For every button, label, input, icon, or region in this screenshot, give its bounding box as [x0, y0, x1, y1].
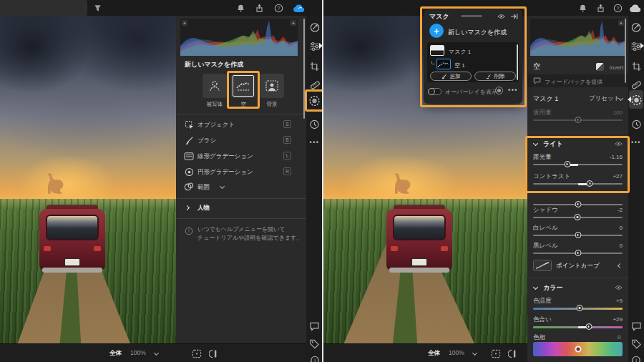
overlay-mode-circle-icon[interactable]	[495, 87, 503, 94]
crop-icon[interactable]	[630, 60, 643, 72]
blacks-slider-knob[interactable]	[575, 250, 581, 256]
edit-icon[interactable]	[630, 21, 643, 34]
zoom-scope-label[interactable]: 全体	[109, 349, 122, 358]
blacks-slider-row[interactable]: 黒レベル0	[533, 242, 623, 254]
panel-scrollbar[interactable]	[303, 19, 305, 119]
comments-icon[interactable]	[308, 321, 321, 333]
overlay-grid-icon[interactable]	[491, 348, 501, 361]
preset-dropdown-label[interactable]: プリセット	[589, 94, 620, 103]
zoom-scope-label[interactable]: 全体	[428, 349, 440, 358]
highlights-slider-row[interactable]	[533, 193, 623, 205]
object-tool-label[interactable]: オブジェクト	[197, 121, 235, 129]
whites-slider-row[interactable]: 白レベル0	[533, 224, 623, 236]
mask-list-scrollbar[interactable]	[517, 44, 518, 80]
mask2-label[interactable]: 空 1	[454, 62, 465, 69]
feedback-banner[interactable]: フィードバックを提供	[527, 74, 628, 87]
whites-slider-knob[interactable]	[575, 232, 581, 238]
highlights-slider-track[interactable]	[533, 204, 623, 205]
panel-scrollbar[interactable]	[625, 19, 626, 83]
linear-gradient-tool-label[interactable]: 線形グラデーション	[197, 152, 253, 161]
masking-icon[interactable]	[308, 94, 321, 107]
exposure-slider-knob[interactable]	[564, 161, 570, 167]
point-curve-chevron-icon[interactable]	[618, 263, 623, 268]
zoom-value[interactable]: 100%	[449, 349, 464, 356]
popup-eye-icon[interactable]	[497, 14, 505, 19]
popup-dock-icon[interactable]	[510, 13, 518, 20]
contrast-slider-row[interactable]: コントラスト+27	[533, 172, 623, 185]
hue-slider-track[interactable]	[533, 342, 623, 356]
brush-tool-label[interactable]: ブラシ	[197, 137, 216, 145]
versions-clock-icon[interactable]	[630, 118, 643, 130]
mask-type-subject-button[interactable]	[203, 74, 227, 98]
light-section-chevron-icon[interactable]	[533, 141, 538, 146]
tint-slider-track[interactable]	[533, 326, 623, 328]
info-icon[interactable]: i	[308, 354, 321, 362]
range-chevron-down-icon[interactable]	[220, 184, 225, 189]
mask1-thumbnail[interactable]	[430, 45, 444, 56]
crop-icon[interactable]	[308, 60, 321, 72]
create-mask-label[interactable]: 新しいマスクを作成	[448, 28, 507, 37]
search-field[interactable]	[0, 0, 87, 16]
healing-brush-icon[interactable]	[308, 79, 321, 91]
info-icon[interactable]: i	[630, 354, 643, 362]
cloud-icon[interactable]	[629, 3, 642, 16]
exposure-slider-track[interactable]	[533, 164, 623, 165]
more-options-icon[interactable]: •••	[308, 136, 321, 148]
light-section-title[interactable]: ライト	[543, 140, 563, 149]
blacks-slider-track[interactable]	[533, 253, 623, 254]
radial-gradient-tool-label[interactable]: 円形グラデーション	[197, 168, 253, 177]
edit-icon[interactable]	[308, 21, 321, 34]
overlay-toggle[interactable]	[428, 88, 441, 95]
comments-icon[interactable]	[630, 321, 643, 333]
exposure-slider-row[interactable]: 露光量-1.16	[533, 153, 623, 165]
create-mask-plus-button[interactable]: +	[429, 24, 444, 38]
light-visibility-eye-icon[interactable]	[615, 141, 623, 147]
range-tool-label[interactable]: 範囲	[197, 183, 210, 192]
highlights-slider-knob[interactable]	[575, 201, 581, 207]
zoom-value[interactable]: 100%	[130, 349, 146, 356]
help-icon[interactable]: ?	[613, 3, 623, 16]
histogram-expand-icon[interactable]	[618, 20, 624, 26]
mask1-label[interactable]: マスク 1	[449, 48, 471, 56]
color-section-title[interactable]: カラー	[543, 283, 562, 293]
subtract-from-mask-button[interactable]: 削除	[474, 72, 516, 81]
masking-icon[interactable]	[630, 94, 643, 106]
share-icon[interactable]	[596, 3, 605, 16]
shadows-slider-track[interactable]	[533, 217, 623, 218]
contrast-slider-knob[interactable]	[587, 180, 593, 187]
more-options-icon[interactable]: •••	[630, 136, 643, 148]
cloud-sync-icon[interactable]	[293, 3, 306, 16]
mask2-thumbnail-selected[interactable]	[436, 59, 451, 69]
keywords-tag-icon[interactable]	[630, 338, 643, 350]
temperature-slider-row[interactable]: 色温度+9	[533, 297, 623, 310]
amount-slider-track[interactable]	[533, 119, 623, 121]
people-section-label[interactable]: 人物	[197, 204, 210, 212]
notifications-bell-icon[interactable]	[578, 3, 587, 16]
color-section-chevron-icon[interactable]	[533, 285, 538, 290]
shadows-slider-row[interactable]: シャドウ-2	[533, 206, 623, 218]
tint-slider-row[interactable]: 色合い+29	[533, 315, 623, 328]
add-to-mask-button[interactable]: 追加	[430, 72, 472, 81]
healing-brush-icon[interactable]	[630, 79, 643, 91]
histogram-expand-left-icon[interactable]	[182, 20, 187, 26]
notifications-bell-icon[interactable]	[236, 3, 245, 16]
color-visibility-eye-icon[interactable]	[615, 285, 623, 290]
histogram-expand-right-icon[interactable]	[291, 20, 296, 26]
popup-more-icon[interactable]: •••	[508, 87, 518, 94]
invert-button[interactable]: Invert	[596, 61, 623, 74]
popup-drag-handle[interactable]	[461, 15, 482, 17]
filter-icon[interactable]	[93, 3, 102, 16]
mask-type-background-button[interactable]	[260, 74, 284, 98]
temperature-slider-knob[interactable]	[577, 305, 583, 311]
before-after-split-icon[interactable]	[209, 348, 219, 361]
versions-clock-icon[interactable]	[308, 118, 321, 130]
zoom-chevron-down-icon[interactable]	[154, 351, 159, 356]
hue-slider-knob[interactable]	[575, 346, 581, 353]
zoom-chevron-down-icon[interactable]	[472, 351, 477, 356]
shadows-slider-knob[interactable]	[574, 214, 580, 220]
before-after-split-icon[interactable]	[508, 348, 518, 361]
tint-slider-knob[interactable]	[585, 323, 592, 330]
temperature-slider-track[interactable]	[533, 308, 623, 310]
overlay-grid-icon[interactable]	[192, 348, 202, 361]
mask-type-sky-button[interactable]	[231, 74, 255, 98]
